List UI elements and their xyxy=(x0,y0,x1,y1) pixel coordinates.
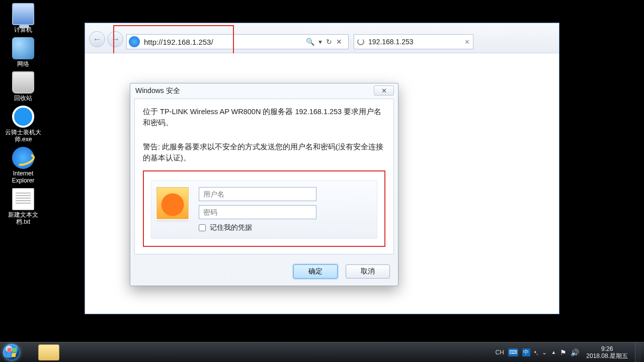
password-field[interactable] xyxy=(199,205,316,219)
tab-title: 192.168.1.253 xyxy=(368,38,460,46)
remember-checkbox[interactable] xyxy=(199,224,206,231)
windows-orb-icon xyxy=(3,344,20,361)
desktop-icon-computer[interactable]: 计算机 xyxy=(2,3,44,33)
network-icon xyxy=(12,37,34,59)
desktop-icon-network[interactable]: 网络 xyxy=(2,37,44,67)
dialog-close-button[interactable]: ✕ xyxy=(374,85,394,96)
taskbar-clock[interactable]: 9:26 2018.08.星期五 xyxy=(586,345,628,359)
ime-lang[interactable]: CH xyxy=(495,349,504,356)
desktop-icon-label: 回收站 xyxy=(2,95,44,102)
desktop-icon-label: 网络 xyxy=(2,60,44,67)
dialog-body: 位于 TP-LINK Wireless AP WR800N 的服务器 192.1… xyxy=(134,99,394,254)
ime-mode[interactable]: 中 xyxy=(522,348,530,356)
desktop-icon-label: 新建文本文档.txt xyxy=(2,211,44,225)
ime-options-icon[interactable]: ⌄ xyxy=(542,349,547,356)
taskbar-explorer[interactable] xyxy=(38,344,59,360)
ie-page-icon xyxy=(129,36,140,47)
taskbar: CH ⌨ 中 •, ⌄ ▲ ⚑ 🔊 9:26 2018.08.星期五 xyxy=(0,342,644,362)
annotation-highlight: 记住我的凭据 xyxy=(143,170,385,247)
dialog-title: Windows 安全 xyxy=(130,83,398,99)
desktop-icon-recycle[interactable]: 回收站 xyxy=(2,71,44,102)
dropdown-icon[interactable]: ▾ xyxy=(318,38,322,46)
back-button[interactable]: ← xyxy=(89,31,105,47)
computer-icon xyxy=(12,3,34,25)
cancel-button[interactable]: 取消 xyxy=(346,264,390,279)
windows-security-dialog: Windows 安全 ✕ 位于 TP-LINK Wireless AP WR80… xyxy=(130,83,398,286)
ok-button[interactable]: 确定 xyxy=(293,264,338,279)
browser-tab[interactable]: 192.168.1.253 ✕ xyxy=(354,34,473,49)
desktop-icon-yun[interactable]: 云骑士装机大师.exe xyxy=(2,106,44,143)
dialog-warning: 警告: 此服务器要求以不安全的方式发送您的用户名和密码(没有安全连接的基本认证)… xyxy=(143,141,385,163)
start-button[interactable] xyxy=(0,342,23,363)
desktop-icon-txt[interactable]: 新建文本文档.txt xyxy=(2,188,44,225)
ime-punct-icon[interactable]: •, xyxy=(534,349,538,356)
stop-icon[interactable]: ✕ xyxy=(336,38,342,46)
app-icon xyxy=(12,106,34,128)
action-center-icon[interactable]: ⚑ xyxy=(560,348,567,356)
desktop-icon-ie[interactable]: Internet Explorer xyxy=(2,147,44,184)
address-bar[interactable]: http://192.168.1.253/ 🔍 ▾ ↻ ✕ xyxy=(126,34,349,49)
clock-date: 2018.08.星期五 xyxy=(586,352,628,359)
tab-close-icon[interactable]: ✕ xyxy=(464,38,470,46)
search-icon[interactable]: 🔍 xyxy=(306,38,314,46)
user-avatar-icon xyxy=(156,187,189,219)
desktop: 计算机 网络 回收站 云骑士装机大师.exe Internet Explorer… xyxy=(0,0,45,229)
remember-credentials[interactable]: 记住我的凭据 xyxy=(199,223,372,232)
show-desktop-button[interactable] xyxy=(635,342,641,363)
ie-toolbar: ← → http://192.168.1.253/ 🔍 ▾ ↻ ✕ 192.16… xyxy=(85,23,559,53)
text-file-icon xyxy=(12,188,34,210)
desktop-icon-label: 云骑士装机大师.exe xyxy=(2,129,44,143)
forward-button[interactable]: → xyxy=(107,31,123,47)
remember-label: 记住我的凭据 xyxy=(210,223,252,232)
recycle-icon xyxy=(12,71,34,94)
tray-expand-icon[interactable]: ▲ xyxy=(551,349,556,355)
system-tray: CH ⌨ 中 •, ⌄ ▲ ⚑ 🔊 9:26 2018.08.星期五 xyxy=(495,342,644,362)
refresh-icon[interactable]: ↻ xyxy=(326,38,332,46)
dialog-message: 位于 TP-LINK Wireless AP WR800N 的服务器 192.1… xyxy=(143,106,385,128)
volume-icon[interactable]: 🔊 xyxy=(571,348,579,356)
credentials-panel: 记住我的凭据 xyxy=(151,180,377,239)
ime-indicator-icon[interactable]: ⌨ xyxy=(508,348,518,356)
desktop-icon-label: Internet Explorer xyxy=(2,170,44,184)
address-tools: 🔍 ▾ ↻ ✕ xyxy=(306,35,345,49)
ie-icon xyxy=(12,147,34,169)
clock-time: 9:26 xyxy=(586,345,628,352)
loading-icon xyxy=(357,38,364,45)
username-field[interactable] xyxy=(199,187,316,201)
